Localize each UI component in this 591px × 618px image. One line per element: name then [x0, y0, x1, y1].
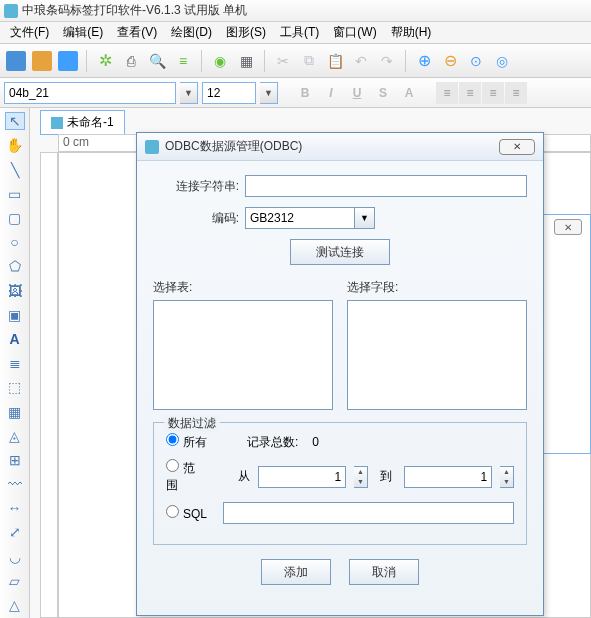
align-right-icon[interactable]: ≡ [482, 82, 504, 104]
underline-button[interactable]: U [346, 82, 368, 104]
field-listbox[interactable] [347, 300, 527, 410]
strike-button[interactable]: S [372, 82, 394, 104]
datasource-icon[interactable]: ◉ [210, 51, 230, 71]
menu-view[interactable]: 查看(V) [111, 22, 163, 43]
dialog-title-bar[interactable]: ODBC数据源管理(ODBC) ✕ [137, 133, 543, 161]
zoom-fit-icon[interactable]: ⊙ [466, 51, 486, 71]
table-listbox[interactable] [153, 300, 333, 410]
symbol-tool-icon[interactable]: ◬ [5, 427, 25, 445]
barcode-tool-icon[interactable]: ⬚ [5, 378, 25, 396]
separator [201, 50, 202, 72]
conn-input[interactable] [245, 175, 527, 197]
separator [86, 50, 87, 72]
menu-tool[interactable]: 工具(T) [274, 22, 325, 43]
select-field-label: 选择字段: [347, 279, 527, 296]
from-input[interactable] [258, 466, 346, 488]
cancel-button[interactable]: 取消 [349, 559, 419, 585]
database-icon[interactable]: ≡ [173, 51, 193, 71]
ruler-vertical [40, 152, 58, 618]
group-tool-icon[interactable]: ▱ [5, 572, 25, 590]
paste-icon[interactable]: 📋 [325, 51, 345, 71]
image-tool-icon[interactable]: 🖼 [5, 281, 25, 299]
zoom-actual-icon[interactable]: ◎ [492, 51, 512, 71]
document-tab[interactable]: 未命名-1 [40, 110, 125, 135]
odbc-dialog: ODBC数据源管理(ODBC) ✕ 连接字符串: 编码: ▼ 测试连接 选择表:… [136, 132, 544, 616]
document-tab-label: 未命名-1 [67, 114, 114, 131]
menu-edit[interactable]: 编辑(E) [57, 22, 109, 43]
close-icon[interactable]: ✕ [499, 139, 535, 155]
tool-palette: ↖ ✋ ╲ ▭ ▢ ○ ⬠ 🖼 ▣ A ≣ ⬚ ▦ ◬ ⊞ 〰 ↔ ⤢ ◡ ▱ … [0, 108, 30, 618]
text-tool-icon[interactable]: A [5, 330, 25, 348]
font-color-button[interactable]: A [398, 82, 420, 104]
radio-all[interactable]: 所有 [166, 433, 207, 451]
chevron-down-icon[interactable]: ▼ [260, 82, 278, 104]
filter-fieldset: 数据过滤 所有 记录总数: 0 范围 从 ▲▼ 到 ▲▼ SQL [153, 422, 527, 545]
background-panel: ✕ [541, 214, 591, 454]
print-icon[interactable]: ⎙ [121, 51, 141, 71]
zoom-out-icon[interactable]: ⊖ [440, 51, 460, 71]
app-title-bar: 中琅条码标签打印软件-V6.1.3 试用版 单机 [0, 0, 591, 22]
grid-icon[interactable]: ▦ [236, 51, 256, 71]
ellipse-tool-icon[interactable]: ○ [5, 233, 25, 251]
measure-tool-icon[interactable]: ↔ [5, 499, 25, 517]
menu-window[interactable]: 窗口(W) [327, 22, 382, 43]
rect-tool-icon[interactable]: ▭ [5, 185, 25, 203]
pointer-tool-icon[interactable]: ↖ [5, 112, 25, 130]
sql-input[interactable] [223, 502, 514, 524]
roundrect-tool-icon[interactable]: ▢ [5, 209, 25, 227]
select-table-label: 选择表: [153, 279, 333, 296]
chevron-down-icon[interactable]: ▼ [355, 207, 375, 229]
from-label: 从 [238, 468, 250, 485]
font-combo[interactable] [4, 82, 176, 104]
menu-file[interactable]: 文件(F) [4, 22, 55, 43]
qrcode-tool-icon[interactable]: ▦ [5, 402, 25, 420]
polygon-tool-icon[interactable]: ⬠ [5, 257, 25, 275]
align-justify-icon[interactable]: ≡ [505, 82, 527, 104]
undo-icon[interactable]: ↶ [351, 51, 371, 71]
italic-button[interactable]: I [320, 82, 342, 104]
separator [264, 50, 265, 72]
preview-icon[interactable]: 🔍 [147, 51, 167, 71]
to-input[interactable] [404, 466, 492, 488]
to-label: 到 [380, 468, 392, 485]
table-tool-icon[interactable]: ⊞ [5, 451, 25, 469]
open-icon[interactable] [32, 51, 52, 71]
save-icon[interactable] [58, 51, 78, 71]
add-button[interactable]: 添加 [261, 559, 331, 585]
menu-shape[interactable]: 图形(S) [220, 22, 272, 43]
menu-help[interactable]: 帮助(H) [385, 22, 438, 43]
menu-draw[interactable]: 绘图(D) [165, 22, 218, 43]
chevron-down-icon[interactable]: ▼ [180, 82, 198, 104]
encoding-label: 编码: [153, 210, 239, 227]
test-connection-button[interactable]: 测试连接 [290, 239, 390, 265]
arc-tool-icon[interactable]: ◡ [5, 548, 25, 566]
radio-sql[interactable]: SQL [166, 505, 207, 521]
settings-icon[interactable]: ✲ [95, 51, 115, 71]
to-spinner[interactable]: ▲▼ [500, 466, 514, 488]
app-title: 中琅条码标签打印软件-V6.1.3 试用版 单机 [22, 2, 247, 19]
size-combo[interactable] [202, 82, 256, 104]
scale-tool-icon[interactable]: ⤢ [5, 523, 25, 541]
separator [405, 50, 406, 72]
align-left-icon[interactable]: ≡ [436, 82, 458, 104]
line-tool-icon[interactable]: ╲ [5, 161, 25, 179]
menu-bar: 文件(F) 编辑(E) 查看(V) 绘图(D) 图形(S) 工具(T) 窗口(W… [0, 22, 591, 44]
bold-button[interactable]: B [294, 82, 316, 104]
redo-icon[interactable]: ↷ [377, 51, 397, 71]
copy-icon[interactable]: ⧉ [299, 51, 319, 71]
triangle-tool-icon[interactable]: △ [5, 596, 25, 614]
close-icon[interactable]: ✕ [554, 219, 582, 235]
encoding-combo[interactable] [245, 207, 355, 229]
new-icon[interactable] [6, 51, 26, 71]
picture-tool-icon[interactable]: ▣ [5, 306, 25, 324]
radio-range[interactable]: 范围 [166, 459, 201, 494]
hand-tool-icon[interactable]: ✋ [5, 136, 25, 154]
richtext-tool-icon[interactable]: ≣ [5, 354, 25, 372]
curve-tool-icon[interactable]: 〰 [5, 475, 25, 493]
from-spinner[interactable]: ▲▼ [354, 466, 368, 488]
main-toolbar: ✲ ⎙ 🔍 ≡ ◉ ▦ ✂ ⧉ 📋 ↶ ↷ ⊕ ⊖ ⊙ ◎ [0, 44, 591, 78]
align-center-icon[interactable]: ≡ [459, 82, 481, 104]
document-icon [51, 117, 63, 129]
cut-icon[interactable]: ✂ [273, 51, 293, 71]
zoom-in-icon[interactable]: ⊕ [414, 51, 434, 71]
